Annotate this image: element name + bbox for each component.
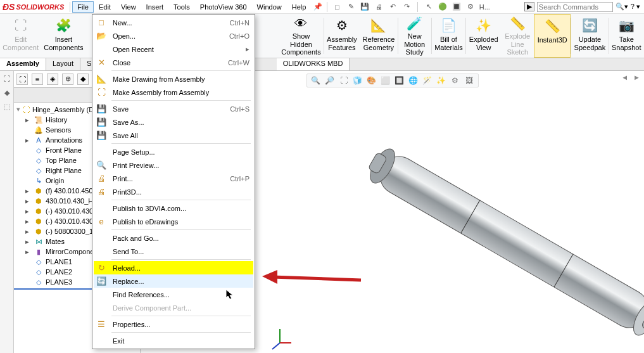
file-menu-item[interactable]: Exit bbox=[94, 334, 253, 347]
svg-rect-0 bbox=[373, 150, 644, 335]
side-icon[interactable]: ⛶ bbox=[2, 75, 12, 85]
file-menu-item[interactable]: ⛶Make Assembly from Assembly bbox=[94, 86, 253, 99]
run-search-button[interactable]: ▶ bbox=[524, 2, 534, 11]
menu-separator bbox=[111, 259, 251, 260]
axis-triad[interactable] bbox=[267, 325, 293, 350]
search-icon[interactable]: 🔍▾ bbox=[616, 3, 628, 11]
separator bbox=[417, 2, 418, 12]
menu-item-label: Save bbox=[113, 105, 225, 113]
tree-tab-icon[interactable]: ≡ bbox=[32, 74, 43, 85]
file-menu-item[interactable]: Pack and Go... bbox=[94, 231, 253, 245]
file-menu-item[interactable]: 💾SaveCtrl+S bbox=[94, 102, 253, 115]
ribbon-bom[interactable]: 📄Bill of Materials bbox=[432, 14, 466, 58]
file-menu-item[interactable]: □New...Ctrl+N bbox=[94, 16, 253, 29]
file-menu-item[interactable]: ☰Properties... bbox=[94, 318, 253, 331]
settings-icon[interactable]: ⚙ bbox=[465, 2, 476, 12]
tree-tab-icon[interactable]: ◈ bbox=[47, 74, 58, 85]
overflow-label[interactable]: H... bbox=[479, 2, 489, 12]
tree-item-label: PLANE2 bbox=[46, 268, 72, 276]
ribbon-label: Explode Line Sketch bbox=[505, 32, 530, 56]
tree-tab-icon[interactable]: ⛶ bbox=[16, 74, 28, 85]
file-menu-item[interactable]: ePublish to eDrawings bbox=[94, 215, 253, 228]
menu-item-label: Make Assembly from Assembly bbox=[113, 89, 249, 96]
options-panel-icon[interactable]: 🔳 bbox=[451, 2, 462, 12]
vp-tool-icon[interactable]: ✨ bbox=[436, 75, 446, 86]
tree-tab-icon[interactable]: ◆ bbox=[77, 74, 89, 85]
file-menu-item[interactable]: Open Recent▸ bbox=[94, 42, 253, 56]
twisty-icon: ▸ bbox=[25, 238, 32, 246]
ribbon-snapshot[interactable]: 📷Take Snapshot bbox=[609, 14, 645, 58]
tab-assembly[interactable]: Assembly bbox=[0, 58, 46, 70]
file-menu-item[interactable]: Page Setup... bbox=[94, 145, 253, 158]
menu-item-icon: 🔍 bbox=[95, 160, 108, 171]
file-menu-item[interactable]: 💾Save As... bbox=[94, 115, 253, 129]
search-input[interactable] bbox=[537, 2, 613, 12]
vp-tool-icon[interactable]: ⬜ bbox=[381, 75, 391, 86]
ribbon-reference-geometry[interactable]: 📐Reference Geometry bbox=[360, 14, 398, 58]
select-icon[interactable]: ↖ bbox=[424, 2, 434, 12]
rebuild-icon[interactable]: 🟢 bbox=[438, 2, 448, 12]
ribbon-exploded-view[interactable]: ✨Exploded View bbox=[466, 14, 501, 58]
vp-tool-icon[interactable]: 🪄 bbox=[422, 75, 432, 86]
file-menu-item[interactable]: 🖨Print...Ctrl+P bbox=[94, 172, 253, 185]
file-menu-item[interactable]: Publish to 3DVIA.com... bbox=[94, 202, 253, 215]
tree-tab-icon[interactable]: ⊕ bbox=[62, 74, 73, 85]
menu-view[interactable]: View bbox=[116, 1, 141, 13]
tree-item-label: Annotations bbox=[46, 136, 82, 144]
vp-tool-icon[interactable]: 🌐 bbox=[408, 75, 419, 86]
vp-tool-icon[interactable]: 🔍 bbox=[311, 75, 321, 86]
tab-layout[interactable]: Layout bbox=[46, 58, 80, 70]
file-menu-item[interactable]: 📐Make Drawing from Assembly bbox=[94, 72, 253, 86]
side-icon[interactable]: ⬚ bbox=[2, 103, 12, 113]
vp-tool-icon[interactable]: 🧊 bbox=[353, 75, 363, 86]
tree-item-icon: ⬢ bbox=[34, 217, 43, 226]
menu-photoview[interactable]: PhotoView 360 bbox=[195, 1, 252, 13]
ribbon-update-speedpak[interactable]: 🔄Update Speedpak bbox=[571, 14, 608, 58]
vp-tool-icon[interactable]: ⛶ bbox=[339, 75, 349, 86]
menu-file[interactable]: File bbox=[72, 1, 94, 13]
side-icon[interactable]: ◆ bbox=[2, 89, 12, 99]
ribbon-motion-study[interactable]: 🧪New Motion Study bbox=[398, 14, 431, 58]
ribbon-instant3d[interactable]: 📏Instant3D bbox=[534, 14, 571, 58]
file-menu-item[interactable]: ↻Reload... bbox=[94, 261, 253, 274]
menu-tools[interactable]: Tools bbox=[168, 1, 195, 13]
pin-icon[interactable]: 📌 bbox=[311, 3, 325, 11]
file-menu-item[interactable]: 🔄Replace... bbox=[94, 274, 253, 288]
vp-tool-icon[interactable]: 🖼 bbox=[464, 75, 474, 86]
ribbon-insert-components[interactable]: 🧩Insert Components bbox=[41, 14, 85, 58]
app-logo: ÐS SOLIDWORKS bbox=[0, 2, 68, 12]
redo-icon[interactable]: ↷ bbox=[401, 2, 412, 12]
vp-tool-icon[interactable]: 🔎 bbox=[325, 75, 335, 86]
file-menu-item[interactable]: 🖨Print3D... bbox=[94, 185, 253, 198]
menu-item-icon: □ bbox=[95, 17, 108, 29]
file-menu-item[interactable]: ✕CloseCtrl+W bbox=[94, 56, 253, 69]
help-icon[interactable]: ? ▾ bbox=[631, 3, 640, 11]
undo-icon[interactable]: ↶ bbox=[388, 2, 398, 12]
ribbon-assembly-features[interactable]: ⚙Assembly Features bbox=[324, 14, 360, 58]
menu-window[interactable]: Window bbox=[252, 1, 287, 13]
menu-item-icon: 🖨 bbox=[95, 173, 108, 184]
ribbon-edit-component[interactable]: ⛶Edit Component bbox=[0, 14, 41, 58]
file-menu-item[interactable]: 🔍Print Preview... bbox=[94, 158, 253, 172]
file-menu-item[interactable]: 💾Save All bbox=[94, 129, 253, 142]
tab-mbd[interactable]: OLIDWORKS MBD bbox=[277, 58, 350, 70]
menu-help[interactable]: Help bbox=[287, 1, 312, 13]
vp-tool-icon[interactable]: 🎨 bbox=[367, 75, 377, 86]
ribbon-show-hidden[interactable]: 👁Show Hidden Components bbox=[279, 14, 323, 58]
next-view-icon[interactable]: ► bbox=[633, 74, 640, 81]
open-icon[interactable]: ✎ bbox=[346, 2, 356, 12]
vp-tool-icon[interactable]: 🔲 bbox=[395, 75, 405, 86]
file-menu-item[interactable]: Send To... bbox=[94, 245, 253, 258]
menu-item-icon bbox=[95, 44, 108, 55]
save-icon[interactable]: 💾 bbox=[360, 2, 370, 12]
menu-edit[interactable]: Edit bbox=[94, 1, 116, 13]
menu-item-label: Properties... bbox=[113, 321, 249, 328]
prev-view-icon[interactable]: ◄ bbox=[621, 74, 628, 81]
ribbon-explode-line-sketch[interactable]: 📏Explode Line Sketch bbox=[501, 14, 534, 58]
menu-insert[interactable]: Insert bbox=[141, 1, 169, 13]
file-menu-item[interactable]: 📂Open...Ctrl+O bbox=[94, 29, 253, 42]
vp-tool-icon[interactable]: ⚙ bbox=[450, 75, 460, 86]
print-icon[interactable]: 🖨 bbox=[374, 2, 384, 12]
menu-item-icon bbox=[95, 335, 108, 347]
new-icon[interactable]: □ bbox=[332, 2, 342, 12]
